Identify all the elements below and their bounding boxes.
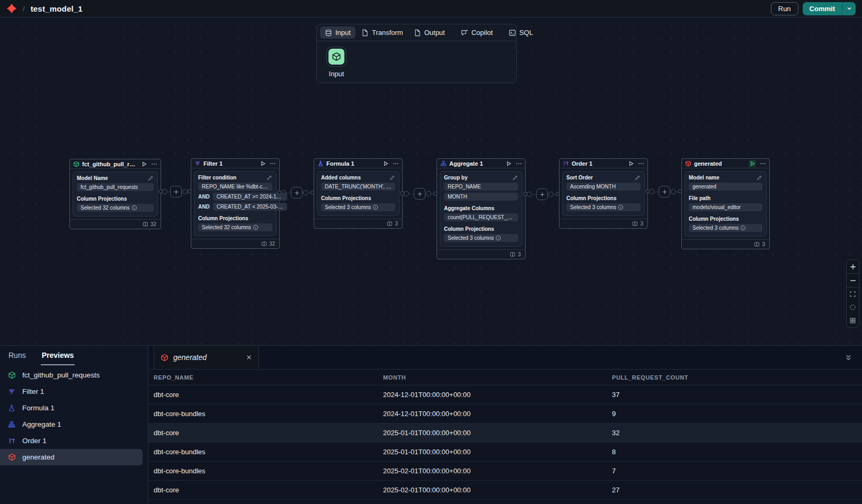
column-projections-chip[interactable]: Selected 32 columns: [198, 223, 272, 231]
ellipsis-menu-icon[interactable]: [516, 160, 522, 167]
filter-condition-chip[interactable]: REPO_NAME like %dbt-core%: [198, 183, 272, 191]
edit-pencil-icon[interactable]: [635, 175, 641, 181]
edge-port[interactable]: [404, 191, 409, 196]
node-formula-1[interactable]: Formula 1 Added columns DATE_TRUNC('MONT…: [314, 158, 403, 229]
column-projections-chip[interactable]: Selected 3 columns: [444, 234, 518, 242]
add-node-button[interactable]: [659, 186, 670, 197]
edge-port[interactable]: [426, 191, 431, 196]
ellipsis-menu-icon[interactable]: [151, 161, 157, 167]
tab-input[interactable]: Input: [320, 26, 356, 39]
input-handle[interactable]: [556, 192, 559, 196]
table-row[interactable]: dbt-core-bundles 2025-01-01T00:00:00+00:…: [148, 443, 862, 462]
play-icon[interactable]: [383, 160, 389, 167]
collapse-panel-icon[interactable]: [845, 354, 852, 362]
add-node-button[interactable]: [536, 188, 548, 200]
sidebar-item-aggregate-1[interactable]: Aggregate 1: [0, 416, 143, 433]
sidebar-item-fct-github-pull-requests[interactable]: fct_github_pull_requests: [0, 367, 143, 383]
node-fct-github-pull-requests[interactable]: fct_github_pull_requests Model Name fct_…: [69, 159, 161, 229]
table-row[interactable]: dbt-core 2025-01-01T00:00:00+00:00 32: [148, 424, 862, 443]
table-row[interactable]: dbt-core 2025-02-01T00:00:00+00:00 27: [148, 481, 862, 500]
table-row[interactable]: dbt-core 2024-12-01T00:00:00+00:00 37: [148, 385, 862, 404]
column-header-month[interactable]: MONTH: [383, 374, 612, 381]
sort-order-chip[interactable]: Ascending MONTH: [566, 183, 641, 191]
edit-pencil-icon[interactable]: [512, 175, 518, 181]
edge-port[interactable]: [649, 189, 654, 194]
input-handle[interactable]: [433, 192, 437, 195]
add-node-button[interactable]: [414, 188, 425, 200]
edge-port[interactable]: [162, 189, 167, 194]
file-path-chip[interactable]: models/visual_editor: [689, 203, 762, 211]
output-handle[interactable]: [401, 192, 404, 195]
model-name-chip[interactable]: generated: [689, 183, 762, 191]
edit-pencil-icon[interactable]: [757, 175, 762, 181]
zoom-out-button[interactable]: [847, 274, 859, 287]
table-row[interactable]: dbt-core-bundles 2025-02-01T00:00:00+00:…: [148, 462, 862, 481]
palette-item-input[interactable]: Input: [324, 47, 349, 78]
ellipsis-menu-icon[interactable]: [393, 160, 399, 167]
node-filter-1[interactable]: Filter 1 Filter condition REPO_NAME like…: [191, 158, 280, 249]
column-projections-chip[interactable]: Selected 3 columns: [566, 203, 641, 211]
run-button[interactable]: Run: [771, 2, 798, 15]
edge-port[interactable]: [548, 192, 554, 197]
edge-port[interactable]: [527, 192, 532, 197]
add-node-button[interactable]: [170, 186, 182, 197]
edge-port[interactable]: [303, 190, 308, 195]
output-handle[interactable]: [523, 192, 527, 196]
column-projections-chip[interactable]: Selected 3 columns: [321, 203, 395, 211]
column-header-pull-request-count[interactable]: PULL_REQUEST_COUNT: [612, 374, 862, 381]
play-icon[interactable]: [260, 160, 266, 167]
edit-pencil-icon[interactable]: [389, 175, 395, 181]
locate-button[interactable]: [847, 301, 859, 314]
filter-condition-chip[interactable]: CREATED_AT < 2025-03-01: [213, 203, 287, 211]
tab-runs[interactable]: Runs: [7, 346, 27, 365]
tab-previews[interactable]: Previews: [41, 346, 75, 365]
node-order-1[interactable]: Order 1 Sort Order Ascending MONTH Colum…: [559, 158, 648, 229]
tab-output[interactable]: Output: [409, 26, 450, 39]
filter-condition-chip[interactable]: CREATED_AT >= 2024-12-01: [213, 193, 287, 201]
value-chip[interactable]: fct_github_pull_requests: [77, 183, 154, 191]
input-handle[interactable]: [678, 190, 682, 193]
tab-transform[interactable]: Transform: [357, 26, 408, 39]
commit-button[interactable]: Commit: [803, 2, 842, 15]
sidebar-item-filter-1[interactable]: Filter 1: [0, 383, 143, 400]
layout-grid-button[interactable]: [847, 314, 859, 327]
edit-pencil-icon[interactable]: [148, 175, 154, 181]
column-projections-chip[interactable]: Selected 32 columns: [77, 204, 154, 212]
edit-pencil-icon[interactable]: [266, 175, 272, 181]
table-row[interactable]: dbt-core-bundles 2024-12-01T00:00:00+00:…: [148, 404, 862, 424]
output-handle[interactable]: [159, 190, 163, 193]
ellipsis-menu-icon[interactable]: [270, 160, 276, 167]
edge-port[interactable]: [182, 189, 188, 194]
node-generated[interactable]: generated Model name generated File path: [681, 158, 770, 249]
node-aggregate-1[interactable]: Aggregate 1 Group by REPO_NAME MONTH Agg…: [437, 158, 526, 259]
fit-view-button[interactable]: [847, 287, 859, 301]
add-node-button[interactable]: [291, 187, 303, 199]
input-handle[interactable]: [188, 190, 191, 193]
play-icon[interactable]: [505, 160, 512, 167]
tab-copilot[interactable]: Copilot: [456, 26, 497, 39]
group-by-chip[interactable]: MONTH: [444, 193, 518, 201]
aggregate-column-chip[interactable]: count(PULL_REQUEST_NUMBER) as ...: [444, 213, 518, 221]
column-projections-chip[interactable]: Selected 3 columns: [689, 224, 762, 232]
sidebar-item-generated[interactable]: generated: [0, 449, 143, 465]
group-by-chip[interactable]: REPO_NAME: [444, 183, 518, 191]
close-icon[interactable]: [246, 354, 252, 361]
play-icon[interactable]: [141, 161, 147, 167]
edge-port[interactable]: [671, 189, 676, 194]
ellipsis-menu-icon[interactable]: [760, 160, 766, 167]
preview-tab-generated[interactable]: generated: [154, 346, 259, 369]
column-header-repo-name[interactable]: REPO_NAME: [154, 374, 383, 381]
output-handle[interactable]: [278, 191, 281, 194]
play-icon[interactable]: [628, 160, 634, 167]
editor-canvas[interactable]: Input Transform Output: [0, 18, 862, 345]
zoom-in-button[interactable]: [847, 260, 859, 273]
ellipsis-menu-icon[interactable]: [638, 160, 644, 167]
output-handle[interactable]: [646, 190, 650, 193]
sidebar-item-order-1[interactable]: Order 1: [0, 433, 143, 449]
play-icon[interactable]: [749, 160, 756, 167]
added-column-chip[interactable]: DATE_TRUNC('MONTH', CREATED_AT...: [321, 183, 395, 191]
commit-dropdown-button[interactable]: [842, 2, 856, 15]
tab-sql[interactable]: SQL: [504, 26, 538, 39]
sidebar-item-formula-1[interactable]: Formula 1: [0, 400, 143, 416]
input-handle[interactable]: [310, 191, 314, 194]
